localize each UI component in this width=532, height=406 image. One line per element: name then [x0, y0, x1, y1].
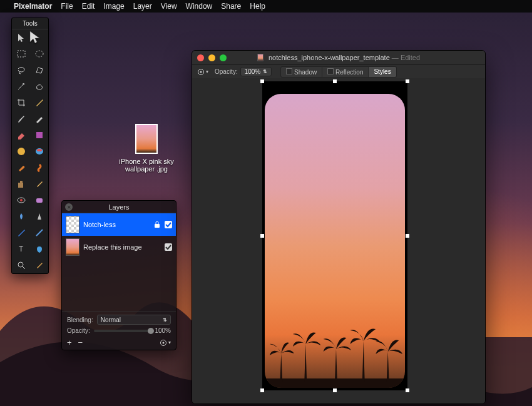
window-zoom-button[interactable] [220, 54, 227, 61]
toolbar-options-button[interactable]: ▾ [197, 68, 208, 76]
sharpen-tool[interactable] [30, 208, 48, 225]
menu-edit[interactable]: Edit [82, 2, 95, 11]
brush-tool[interactable] [12, 111, 30, 127]
file-name-line2: wallpaper .jpg [109, 165, 184, 173]
tools-panel[interactable]: Tools T [11, 18, 49, 274]
zoom-tool[interactable] [12, 257, 30, 273]
magic-wand-tool[interactable] [12, 78, 30, 94]
paint-select-tool[interactable] [30, 78, 48, 94]
chevron-updown-icon: ⇅ [163, 317, 167, 323]
menu-share[interactable]: Share [221, 2, 241, 11]
transform-tool[interactable] [30, 29, 48, 46]
checkbox-icon [327, 68, 334, 74]
blur-tool[interactable] [12, 208, 30, 225]
svg-rect-16 [155, 224, 160, 228]
svg-point-6 [37, 149, 42, 151]
shape-tool[interactable] [30, 241, 48, 257]
svg-rect-11 [36, 198, 43, 203]
app-name[interactable]: Pixelmator [14, 2, 52, 11]
gear-icon [197, 68, 205, 76]
rect-select-tool[interactable] [12, 46, 30, 62]
magic-eraser-tool[interactable] [30, 127, 48, 143]
blending-value: Normal [101, 317, 121, 323]
slice-tool[interactable] [30, 94, 48, 111]
blending-select[interactable]: Normal ⇅ [97, 315, 171, 325]
pixel-tool[interactable] [30, 111, 48, 127]
menu-file[interactable]: File [61, 2, 73, 11]
warp-tool[interactable] [30, 160, 48, 176]
titlebar[interactable]: notchless_iphone-x-wallpaper_template — … [192, 51, 485, 64]
reflection-toggle[interactable]: Reflection [322, 66, 369, 78]
sponge-tool[interactable] [30, 192, 48, 208]
file-thumbnail [135, 124, 158, 154]
gear-icon [160, 339, 167, 347]
palm-silhouettes [265, 319, 405, 388]
repair-tool[interactable] [12, 160, 30, 176]
eraser-tool[interactable] [12, 127, 30, 143]
window-minimize-button[interactable] [208, 54, 215, 61]
ellipse-select-tool[interactable] [30, 46, 48, 62]
artboard[interactable] [262, 81, 407, 390]
opacity-label: Opacity: [67, 327, 90, 334]
lock-icon [153, 221, 161, 228]
blending-label: Blending: [67, 317, 93, 323]
line-tool[interactable] [30, 225, 48, 241]
type-tool[interactable]: T [12, 241, 30, 257]
layer-row[interactable]: Replace this image [62, 236, 176, 258]
layer-name: Replace this image [83, 243, 161, 251]
menubar: Pixelmator File Edit Image Layer View Wi… [0, 0, 532, 13]
svg-rect-23 [265, 378, 405, 388]
gradient-tool[interactable] [12, 143, 30, 160]
hand-tool[interactable] [30, 257, 48, 273]
svg-rect-8 [20, 181, 23, 183]
chevron-down-icon: ▾ [168, 340, 171, 345]
svg-point-4 [18, 148, 25, 155]
document-icon [257, 54, 263, 61]
add-layer-button[interactable]: + [67, 338, 72, 347]
toolbar-opacity-label: Opacity: [215, 68, 238, 75]
svg-line-15 [23, 266, 25, 269]
toolbar-opacity-value: 100% [245, 68, 261, 75]
menu-image[interactable]: Image [103, 2, 124, 11]
menu-help[interactable]: Help [250, 2, 265, 11]
checkbox-checked-icon[interactable] [165, 221, 172, 228]
move-tool[interactable] [12, 29, 30, 46]
window-close-button[interactable] [197, 54, 204, 61]
svg-point-10 [20, 199, 23, 201]
layer-thumbnail [66, 238, 79, 256]
svg-line-12 [36, 230, 43, 236]
close-icon[interactable]: ✕ [65, 203, 73, 211]
poly-select-tool[interactable] [30, 62, 48, 78]
desktop-file[interactable]: iPhone X pink sky wallpaper .jpg [109, 124, 184, 173]
pen-tool[interactable] [12, 225, 30, 241]
menu-window[interactable]: Window [186, 2, 213, 11]
layer-options-button[interactable]: ▾ [160, 339, 171, 347]
opacity-slider[interactable] [94, 330, 151, 332]
crop-tool[interactable] [12, 94, 30, 111]
menu-view[interactable]: View [161, 2, 177, 11]
paint-bucket-tool[interactable] [30, 143, 48, 160]
toolbar-opacity-field[interactable]: 100% ⇅ [240, 67, 272, 76]
layer-thumbnail [66, 216, 79, 233]
svg-point-2 [23, 83, 24, 84]
layers-panel[interactable]: ✕ Layers Notch-less Replace this image B… [61, 200, 176, 350]
canvas-image [265, 94, 405, 388]
svg-rect-7 [18, 183, 23, 188]
file-name-line1: iPhone X pink sky [109, 158, 184, 165]
document-toolbar: ▾ Opacity: 100% ⇅ Shadow Reflection Styl… [192, 64, 485, 78]
lasso-tool[interactable] [12, 62, 30, 78]
document-window[interactable]: notchless_iphone-x-wallpaper_template — … [192, 50, 486, 404]
canvas[interactable] [192, 78, 485, 403]
clone-tool[interactable] [12, 176, 30, 192]
checkbox-checked-icon[interactable] [165, 243, 172, 251]
shadow-toggle[interactable]: Shadow [280, 66, 322, 78]
remove-layer-button[interactable]: − [78, 338, 83, 347]
layer-row[interactable]: Notch-less [62, 213, 176, 236]
layers-title: Layers [108, 203, 129, 211]
styles-button[interactable]: Styles [369, 66, 396, 78]
smudge-tool[interactable] [30, 176, 48, 192]
document-title: notchless_iphone-x-wallpaper_template — … [192, 54, 485, 61]
svg-rect-17 [165, 221, 172, 228]
menu-layer[interactable]: Layer [133, 2, 152, 11]
red-eye-tool[interactable] [12, 192, 30, 208]
